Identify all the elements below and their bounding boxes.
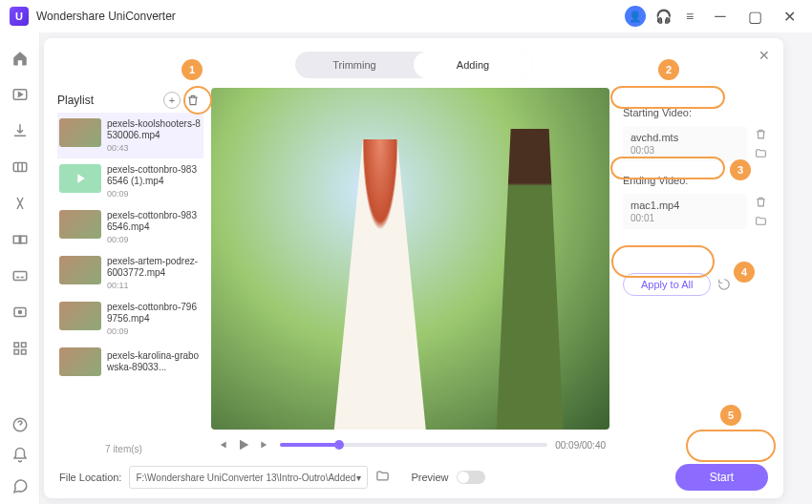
- reset-icon[interactable]: [716, 277, 732, 292]
- help-icon[interactable]: [11, 416, 30, 433]
- thumb-icon: [59, 210, 101, 239]
- bell-icon[interactable]: [11, 447, 30, 464]
- playlist-list: pexels-koolshooters-8530006.mp400:43 pex…: [57, 113, 203, 442]
- svg-rect-4: [13, 272, 27, 281]
- merge-icon[interactable]: [11, 231, 30, 248]
- list-item[interactable]: pexels-cottonbro-9836546.mp400:09: [57, 204, 203, 250]
- player-controls: 00:09/00:40: [211, 430, 609, 454]
- add-file-button[interactable]: +: [161, 90, 182, 111]
- svg-rect-10: [21, 350, 26, 355]
- delete-starting-icon[interactable]: [753, 127, 768, 142]
- record-icon[interactable]: [11, 304, 30, 321]
- thumb-icon: [59, 164, 101, 193]
- chevron-down-icon: ▾: [356, 472, 361, 483]
- download-icon[interactable]: [11, 122, 30, 139]
- close-modal-icon[interactable]: ✕: [759, 48, 770, 63]
- mode-segment: Trimming Adding: [295, 52, 532, 78]
- user-avatar-icon[interactable]: 👤: [625, 6, 646, 27]
- prev-button[interactable]: [215, 438, 228, 452]
- preview-panel: 00:09/00:40: [211, 88, 609, 454]
- list-item[interactable]: pexels-karolina-grabowska-89033...: [57, 342, 203, 382]
- app-title: Wondershare UniConverter: [36, 10, 625, 23]
- tab-adding[interactable]: Adding: [414, 52, 532, 78]
- svg-rect-8: [21, 343, 26, 347]
- svg-rect-1: [13, 163, 27, 172]
- starting-video-label: Starting Video:: [623, 107, 768, 118]
- browse-starting-icon[interactable]: [753, 146, 768, 161]
- feedback-icon[interactable]: [11, 477, 30, 494]
- titlebar: U Wondershare UniConverter 👤 🎧 ≡ ─ ▢ ✕: [0, 0, 812, 32]
- svg-rect-9: [14, 350, 19, 355]
- ending-video-label: Ending Video:: [623, 175, 768, 186]
- browse-location-icon[interactable]: [375, 469, 390, 487]
- progress-bar[interactable]: [280, 443, 547, 447]
- ending-video-box: mac1.mp4 00:01: [623, 194, 747, 229]
- intro-outro-modal: ✕ Trimming Adding Playlist + pexels-kool…: [44, 38, 783, 498]
- close-button[interactable]: ✕: [776, 7, 802, 26]
- list-item[interactable]: pexels-cottonbro-9836546 (1).mp400:09: [57, 158, 203, 204]
- time-label: 00:09/00:40: [555, 440, 606, 451]
- home-icon[interactable]: [11, 50, 30, 67]
- player-icon[interactable]: [11, 86, 30, 103]
- thumb-icon: [59, 302, 101, 330]
- edit-icon[interactable]: [11, 195, 30, 212]
- maximize-button[interactable]: ▢: [741, 7, 768, 26]
- delete-ending-icon[interactable]: [753, 195, 768, 210]
- preview-toggle[interactable]: [457, 471, 485, 484]
- playlist-panel: Playlist + pexels-koolshooters-8530006.m…: [57, 88, 203, 454]
- apply-to-all-button[interactable]: Apply to All: [623, 273, 711, 296]
- next-button[interactable]: [259, 438, 272, 452]
- thumb-icon: [59, 347, 101, 376]
- settings-panel: Starting Video: avchd.mts 00:03 Ending V…: [617, 88, 770, 454]
- video-preview[interactable]: [211, 88, 609, 430]
- file-location-label: File Location:: [59, 472, 121, 483]
- svg-point-6: [18, 311, 21, 314]
- playlist-count: 7 item(s): [57, 442, 203, 454]
- list-item[interactable]: pexels-koolshooters-8530006.mp400:43: [57, 113, 203, 158]
- file-location-input[interactable]: F:\Wondershare UniConverter 13\Intro-Out…: [129, 466, 368, 489]
- minimize-button[interactable]: ─: [707, 7, 734, 26]
- toolbox-icon[interactable]: [11, 340, 30, 357]
- thumb-icon: [59, 118, 101, 147]
- tab-trimming[interactable]: Trimming: [295, 52, 414, 78]
- support-icon[interactable]: 🎧: [653, 7, 673, 26]
- delete-file-button[interactable]: [182, 90, 203, 111]
- svg-rect-7: [14, 343, 19, 347]
- footer: File Location: F:\Wondershare UniConvert…: [57, 454, 770, 491]
- start-button[interactable]: Start: [675, 464, 768, 491]
- subtitle-icon[interactable]: [11, 267, 30, 284]
- list-item[interactable]: pexels-artem-podrez-6003772.mp400:11: [57, 250, 203, 296]
- playlist-title: Playlist: [57, 94, 161, 107]
- browse-ending-icon[interactable]: [753, 214, 768, 229]
- app-logo: U: [10, 7, 29, 26]
- left-nav: [0, 32, 40, 504]
- play-button[interactable]: [236, 437, 251, 452]
- menu-icon[interactable]: ≡: [680, 7, 699, 26]
- list-item[interactable]: pexels-cottonbro-7969756.mp400:09: [57, 296, 203, 342]
- thumb-icon: [59, 256, 101, 284]
- compress-icon[interactable]: [11, 158, 30, 176]
- preview-label: Preview: [411, 472, 448, 483]
- starting-video-box: avchd.mts 00:03: [623, 126, 747, 161]
